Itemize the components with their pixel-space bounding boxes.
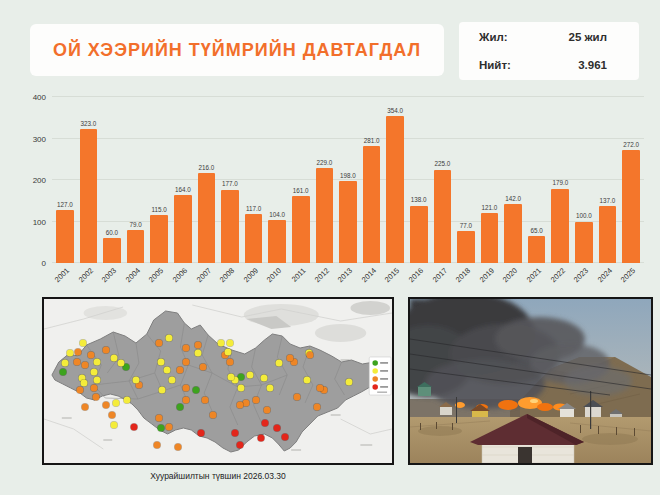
bar xyxy=(80,129,98,263)
bar-column: 79.02004 xyxy=(127,97,145,263)
bar-column: 225.02017 xyxy=(434,97,452,263)
bar-column: 77.02018 xyxy=(457,97,475,263)
fire-location-dot xyxy=(79,340,86,347)
bar xyxy=(245,214,263,263)
fire-location-dot xyxy=(217,340,224,347)
x-axis-tick: 2016 xyxy=(407,266,425,284)
fire-location-dot xyxy=(130,424,137,431)
fire-location-dot xyxy=(155,415,162,422)
fire-location-dot xyxy=(88,352,95,359)
fire-location-dot xyxy=(81,362,88,369)
bar-value-label: 281.0 xyxy=(364,138,380,144)
y-axis-tick: 0 xyxy=(42,259,46,268)
bar-column: 179.02022 xyxy=(551,97,569,263)
chart-bars: 127.02001323.0200260.0200379.02004115.02… xyxy=(52,97,644,263)
bar-value-label: 60.0 xyxy=(106,230,118,236)
page-title: ОЙ ХЭЭРИЙН ТҮЙМРИЙН ДАВТАГДАЛ xyxy=(53,40,421,61)
bar-value-label: 142.0 xyxy=(505,196,521,202)
x-axis-tick: 2022 xyxy=(548,266,566,284)
fire-location-dot xyxy=(158,387,165,394)
x-axis-tick: 2007 xyxy=(195,266,213,284)
fire-location-dot xyxy=(113,400,120,407)
fire-location-dot xyxy=(183,397,190,404)
fire-location-dot xyxy=(109,412,116,419)
bar xyxy=(127,230,145,263)
bar-column: 164.02006 xyxy=(174,97,192,263)
x-axis-tick: 2010 xyxy=(265,266,283,284)
fire-dots-layer xyxy=(44,299,392,463)
stat-label: Жил: xyxy=(479,31,508,43)
fire-location-dot xyxy=(287,355,294,362)
bar-column: 138.02016 xyxy=(410,97,428,263)
x-axis-tick: 2025 xyxy=(619,266,637,284)
x-axis-tick: 2004 xyxy=(124,266,142,284)
bar xyxy=(56,210,74,263)
fire-location-dot xyxy=(183,345,190,352)
fire-location-dot xyxy=(195,342,202,349)
fire-location-dot xyxy=(80,380,87,387)
fire-location-dot xyxy=(168,377,175,384)
x-axis-tick: 2021 xyxy=(525,266,543,284)
x-axis-tick: 2008 xyxy=(218,266,236,284)
fire-location-dot xyxy=(246,372,253,379)
fire-location-dot xyxy=(155,340,162,347)
bar xyxy=(221,190,239,263)
y-axis-tick: 300 xyxy=(33,134,46,143)
bar-value-label: 272.0 xyxy=(623,142,639,148)
stat-value: 25 жил xyxy=(568,31,621,43)
bar-column: 115.02005 xyxy=(150,97,168,263)
bar-value-label: 179.0 xyxy=(552,180,568,186)
bar-value-label: 323.0 xyxy=(81,121,97,127)
fire-location-dot xyxy=(61,360,68,367)
bar-column: 216.02007 xyxy=(198,97,216,263)
fire-location-dot xyxy=(202,397,209,404)
stat-label: Нийт: xyxy=(479,59,511,71)
chart-plot: 0100200300400127.02001323.0200260.020037… xyxy=(52,97,644,263)
bar-column: 117.02009 xyxy=(245,97,263,263)
bar xyxy=(150,215,168,263)
bar xyxy=(599,206,617,263)
fire-location-dot xyxy=(175,444,182,451)
bar xyxy=(268,220,286,263)
bar-value-label: 100.0 xyxy=(576,213,592,219)
bar-column: 104.02010 xyxy=(268,97,286,263)
bar xyxy=(528,236,546,263)
fire-location-dot xyxy=(226,340,233,347)
x-axis-tick: 2003 xyxy=(100,266,118,284)
fire-location-dot xyxy=(177,404,184,411)
bar-value-label: 177.0 xyxy=(222,181,238,187)
bar-value-label: 354.0 xyxy=(387,108,403,114)
bar-column: 272.02025 xyxy=(622,97,640,263)
bar xyxy=(481,213,499,263)
fire-location-dot xyxy=(165,335,172,342)
fire-location-dot xyxy=(103,402,110,409)
stat-row-total: Нийт: 3.961 xyxy=(479,59,621,71)
fire-frequency-bar-chart: 0100200300400127.02001323.0200260.020037… xyxy=(28,90,644,290)
fire-location-dot xyxy=(153,442,160,449)
bar xyxy=(316,168,334,263)
fire-location-dot xyxy=(183,385,190,392)
x-axis-tick: 2019 xyxy=(478,266,496,284)
bar-value-label: 115.0 xyxy=(152,207,167,213)
fire-location-dot xyxy=(59,369,66,376)
bar xyxy=(103,238,121,263)
x-axis-tick: 2024 xyxy=(596,266,614,284)
stat-row-years: Жил: 25 жил xyxy=(479,31,621,43)
fire-location-dot xyxy=(313,404,320,411)
fire-location-dot xyxy=(276,360,283,367)
bar xyxy=(174,195,192,263)
bar-value-label: 77.0 xyxy=(460,223,472,229)
x-axis-tick: 2017 xyxy=(430,266,448,284)
fire-location-dot xyxy=(236,402,243,409)
fire-location-dot xyxy=(294,394,301,401)
map-caption: Хуурайшилтын түвшин 2026.03.30 xyxy=(42,471,394,481)
bar xyxy=(575,222,593,264)
bar-value-label: 161.0 xyxy=(293,188,309,194)
stat-value: 3.961 xyxy=(578,59,621,71)
bar xyxy=(551,189,569,263)
fire-location-dot xyxy=(264,407,271,414)
fire-location-dot xyxy=(73,359,80,366)
fire-location-dot xyxy=(66,350,73,357)
bar-column: 142.02020 xyxy=(504,97,522,263)
fire-location-dot xyxy=(93,394,100,401)
